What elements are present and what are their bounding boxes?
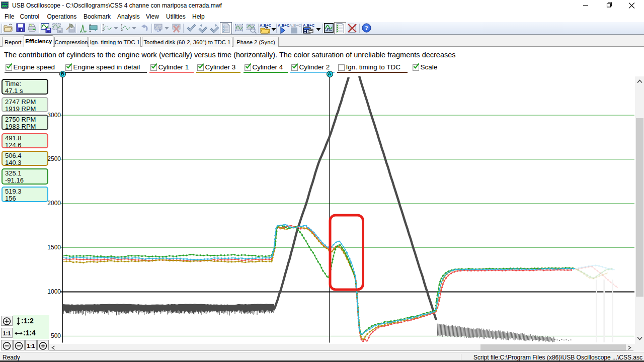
svg-text:A:B+C: A:B+C [289,23,301,28]
svg-text:A:B+C: A:B+C [260,23,271,28]
svg-text:?: ? [365,25,368,32]
svg-text:A:B+C: A:B+C [303,23,315,28]
svg-text:A:B+C: A:B+C [278,23,290,28]
